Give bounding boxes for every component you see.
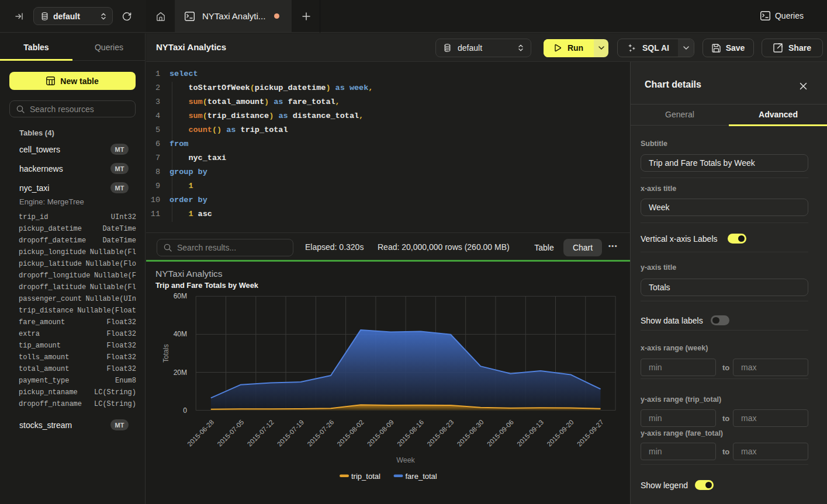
svg-text:2015-09-13: 2015-09-13 [515, 419, 545, 448]
svg-text:NYTaxi Analytics: NYTaxi Analytics [155, 269, 223, 279]
svg-text:40M: 40M [174, 330, 187, 338]
svg-text:2015-07-19: 2015-07-19 [276, 419, 305, 448]
svg-text:2015-08-30: 2015-08-30 [456, 419, 485, 448]
svg-text:2015-08-23: 2015-08-23 [425, 419, 455, 448]
svg-text:fare_total: fare_total [406, 472, 437, 481]
svg-text:0: 0 [183, 406, 187, 415]
svg-text:2015-08-09: 2015-08-09 [366, 419, 395, 448]
svg-text:20M: 20M [174, 369, 187, 377]
svg-text:2015-08-02: 2015-08-02 [336, 419, 365, 448]
svg-text:Totals: Totals [162, 344, 170, 362]
svg-text:Trip and Fare Totals by Week: Trip and Fare Totals by Week [155, 281, 259, 290]
svg-text:Week: Week [396, 456, 415, 464]
svg-text:2015-06-28: 2015-06-28 [186, 419, 215, 448]
svg-text:2015-07-26: 2015-07-26 [306, 419, 335, 448]
svg-text:2015-08-16: 2015-08-16 [396, 419, 425, 448]
svg-text:60M: 60M [174, 292, 187, 300]
svg-text:2015-09-06: 2015-09-06 [486, 419, 515, 448]
svg-text:2015-07-05: 2015-07-05 [216, 419, 245, 448]
svg-text:trip_total: trip_total [351, 472, 380, 481]
svg-text:2015-09-20: 2015-09-20 [546, 419, 575, 448]
svg-text:2015-09-27: 2015-09-27 [576, 419, 605, 448]
svg-text:2015-07-12: 2015-07-12 [246, 419, 275, 448]
